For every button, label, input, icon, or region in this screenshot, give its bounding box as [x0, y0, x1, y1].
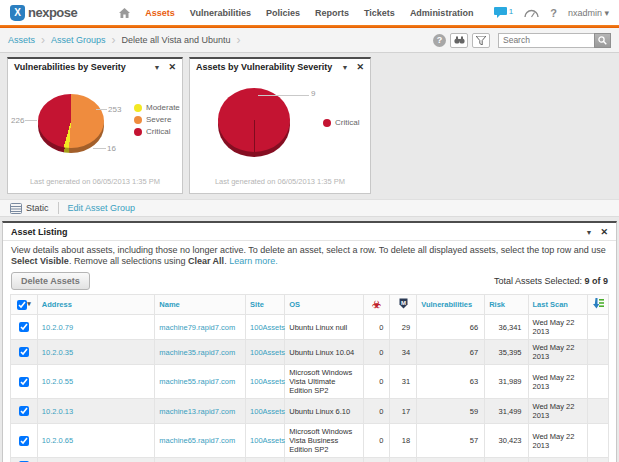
breadcrumb-asset-groups[interactable]: Asset Groups: [51, 35, 106, 45]
asset-exploit-count: [390, 458, 417, 462]
nav-item-policies[interactable]: Policies: [266, 8, 300, 18]
search-submit-button[interactable]: [594, 33, 611, 48]
column-header-last-scan[interactable]: Last Scan: [528, 295, 588, 315]
help-button[interactable]: ?: [550, 7, 557, 19]
asset-exploit-count: 18: [390, 424, 417, 458]
export-button[interactable]: [588, 295, 609, 315]
select-dropdown-icon[interactable]: ▾: [27, 300, 31, 307]
asset-table-row[interactable]: 10.2.0.13 machine13.rapid7.com 100Assets…: [11, 399, 609, 424]
edit-asset-group-link[interactable]: Edit Asset Group: [68, 203, 136, 213]
column-header-name[interactable]: Name: [155, 295, 246, 315]
malware-icon: ☣: [372, 299, 381, 310]
asset-name-link[interactable]: machine35.rapid7.com: [159, 348, 235, 357]
user-menu[interactable]: nxadmin ▾: [568, 8, 609, 18]
column-header-os[interactable]: OS: [285, 295, 363, 315]
asset-risk-score: 30,423: [485, 424, 528, 458]
column-header-risk[interactable]: Risk: [485, 295, 528, 315]
asset-address-link[interactable]: 10.2.0.79: [42, 323, 73, 332]
panel-title: Vulnerabilities by Severity: [14, 62, 154, 72]
delete-assets-button[interactable]: Delete Assets: [11, 272, 90, 290]
chart-footer-timestamp: Last generated on 06/05/2013 1:35 PM: [8, 174, 182, 186]
nav-item-tickets[interactable]: Tickets: [364, 8, 395, 18]
nav-item-administration[interactable]: Administration: [410, 8, 474, 18]
collapse-panel-icon[interactable]: ▼: [342, 64, 349, 71]
asset-name-link[interactable]: machine13.rapid7.com: [159, 407, 235, 416]
news-gauge-button[interactable]: [524, 4, 539, 22]
home-icon[interactable]: [119, 8, 130, 18]
asset-site-link[interactable]: 100Assets: [250, 377, 285, 386]
panel-assets-by-vulnerability-severity: Assets by Vulnerability Severity ▼ ✕ 9 C…: [189, 57, 371, 194]
legend-label: Severe: [146, 115, 171, 124]
chart-legend: ModerateSevereCritical: [134, 103, 180, 136]
asset-last-scan: Wed May 22 2013: [528, 365, 588, 399]
legend-item: Critical: [134, 127, 180, 136]
nexpose-logo[interactable]: X nexpose: [10, 5, 77, 21]
asset-table-row[interactable]: Microsoft Wed May 22: [11, 458, 609, 462]
row-checkbox[interactable]: [19, 436, 29, 446]
close-panel-icon[interactable]: ✕: [356, 62, 364, 72]
column-header-address[interactable]: Address: [37, 295, 155, 315]
row-checkbox[interactable]: [19, 322, 29, 332]
legend-swatch-icon: [134, 128, 142, 136]
asset-name-link[interactable]: machine55.rapid7.com: [159, 377, 235, 386]
legend-label: Critical: [146, 127, 170, 136]
asset-vulnerability-count: 63: [417, 365, 485, 399]
notifications-button[interactable]: 1: [494, 7, 513, 18]
group-type-label: Static: [26, 203, 49, 213]
contextual-help-icon[interactable]: ?: [433, 34, 446, 47]
asset-name-link[interactable]: machine65.rapid7.com: [159, 436, 235, 445]
table-header-row: ▾ Address Name Site OS ☣ M Vulnerabiliti…: [11, 295, 609, 315]
asset-site-link[interactable]: 100Assets: [250, 436, 285, 445]
asset-exploit-count: 29: [390, 315, 417, 340]
asset-table-row[interactable]: 10.2.0.65 machine65.rapid7.com 100Assets…: [11, 424, 609, 458]
asset-table-row[interactable]: 10.2.0.79 machine79.rapid7.com 100Assets…: [11, 315, 609, 340]
nav-item-reports[interactable]: Reports: [315, 8, 349, 18]
asset-risk-score: 31,499: [485, 399, 528, 424]
asset-exploit-count: 17: [390, 399, 417, 424]
asset-site-link[interactable]: 100Assets: [250, 407, 285, 416]
legend-item: Critical: [323, 118, 359, 127]
legend-swatch-icon: [323, 119, 331, 127]
asset-address-link[interactable]: 10.2.0.13: [42, 407, 73, 416]
nav-item-vulnerabilities[interactable]: Vulnerabilities: [190, 8, 251, 18]
asset-os: Ubuntu Linux 6.10: [285, 399, 363, 424]
column-header-malware[interactable]: ☣: [363, 295, 390, 315]
filter-button[interactable]: [472, 33, 490, 48]
asset-risk-score: [485, 458, 528, 462]
asset-name-link[interactable]: machine79.rapid7.com: [159, 323, 235, 332]
select-all-checkbox[interactable]: [17, 300, 27, 310]
asset-address-link[interactable]: 10.2.0.35: [42, 348, 73, 357]
asset-site-link[interactable]: 100Assets: [250, 323, 285, 332]
total-label: Total Assets Selected:: [494, 276, 582, 286]
breadcrumb-assets[interactable]: Assets: [8, 35, 35, 45]
collapse-panel-icon[interactable]: ▼: [586, 229, 593, 236]
row-checkbox[interactable]: [19, 377, 29, 387]
asset-risk-score: 36,341: [485, 315, 528, 340]
asset-search-button[interactable]: [450, 33, 468, 48]
column-header-exploits[interactable]: M: [390, 295, 417, 315]
row-checkbox[interactable]: [19, 406, 29, 416]
collapse-panel-icon[interactable]: ▼: [154, 64, 161, 71]
row-spacer-cell: [588, 315, 609, 340]
column-header-vulnerabilities[interactable]: Vulnerabilities: [417, 295, 485, 315]
asset-address-link[interactable]: 10.2.0.65: [42, 436, 73, 445]
asset-table-row[interactable]: 10.2.0.55 machine55.rapid7.com 100Assets…: [11, 365, 609, 399]
search-input[interactable]: [498, 33, 594, 48]
asset-listing-panel: Asset Listing ▼ ✕ View details about ass…: [2, 221, 617, 462]
column-header-site[interactable]: Site: [246, 295, 285, 315]
asset-table-row[interactable]: 10.2.0.35 machine35.rapid7.com 100Assets…: [11, 340, 609, 365]
asset-last-scan: Wed May 22 2013: [528, 399, 588, 424]
row-checkbox[interactable]: [19, 347, 29, 357]
funnel-icon: [476, 36, 486, 45]
learn-more-link[interactable]: Learn more.: [229, 256, 278, 266]
asset-address-link[interactable]: 10.2.0.55: [42, 377, 73, 386]
asset-site-link[interactable]: 100Assets: [250, 348, 285, 357]
nav-item-assets[interactable]: Assets: [145, 8, 175, 18]
close-panel-icon[interactable]: ✕: [600, 227, 608, 237]
asset-malware-count: 0: [363, 315, 390, 340]
chevron-right-icon: ›: [41, 34, 45, 46]
close-panel-icon[interactable]: ✕: [168, 62, 176, 72]
asset-risk-score: 35,395: [485, 340, 528, 365]
chart-footer-timestamp: Last generated on 06/05/2013 1:35 PM: [190, 174, 370, 186]
callout-line: [258, 95, 309, 96]
